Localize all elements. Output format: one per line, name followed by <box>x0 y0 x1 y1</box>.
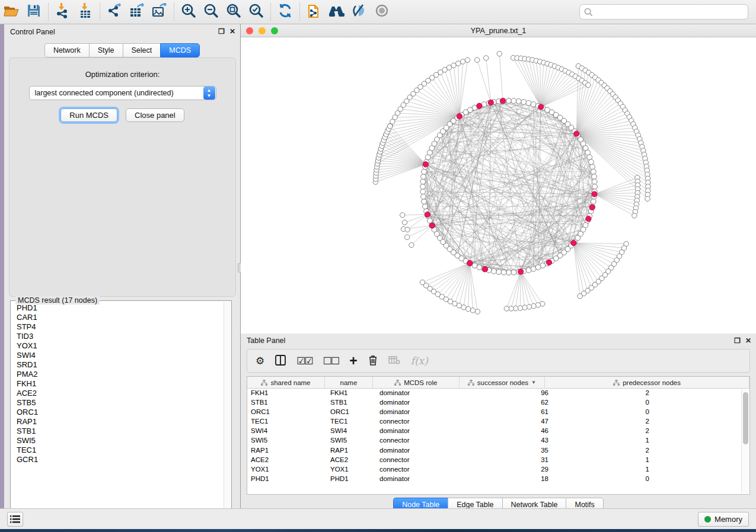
column-header-MCDS-role[interactable]: MCDS role <box>373 377 460 388</box>
cell-shared_name: ACE2 <box>247 456 327 465</box>
table-row[interactable]: ORC1ORC1dominator610 <box>247 408 749 417</box>
unselect-all-columns-icon[interactable]: ☐☐ <box>323 356 339 366</box>
column-header-successor-nodes[interactable]: successor nodes▼ <box>460 377 546 388</box>
mcds-result-item[interactable]: TEC1 <box>12 446 223 455</box>
export-image-button[interactable] <box>148 2 171 22</box>
table-row[interactable]: ACE2ACE2connector311 <box>247 456 749 465</box>
mcds-result-item[interactable]: YOX1 <box>12 341 223 351</box>
close-panel-icon[interactable]: ✕ <box>745 337 751 344</box>
show-columns-icon[interactable] <box>275 355 286 367</box>
cell-name: FKH1 <box>327 389 376 398</box>
mcds-result-item[interactable]: CAR1 <box>12 313 223 322</box>
table-row[interactable]: FKH1FKH1dominator962 <box>247 389 749 398</box>
column-header-predecessor-nodes[interactable]: predecessor nodes <box>545 377 749 388</box>
export-network-button[interactable] <box>103 2 126 22</box>
mcds-result-item[interactable]: STP4 <box>12 322 223 332</box>
cell-name: SWI4 <box>327 427 376 436</box>
save-session-button[interactable] <box>23 2 45 22</box>
network-canvas[interactable] <box>241 37 756 333</box>
import-network-icon <box>56 3 70 21</box>
network-canvas-svg <box>241 37 756 333</box>
mcds-result-item[interactable]: PHD1 <box>12 303 223 313</box>
tab-network[interactable]: Network <box>44 43 89 57</box>
zoom-fit-button[interactable] <box>222 2 245 22</box>
mcds-result-item[interactable]: ORC1 <box>12 408 223 417</box>
hide-annotations-button[interactable] <box>348 2 371 22</box>
mcds-result-item[interactable]: STB1 <box>12 427 223 436</box>
control-panel-header: Control Panel ❒ ✕ <box>4 24 240 40</box>
show-eye-button[interactable] <box>371 2 393 22</box>
optimization-criterion-label: Optimization criterion: <box>9 70 235 79</box>
table-row[interactable]: SWI5SWI5connector431 <box>247 436 749 446</box>
function-builder-icon[interactable]: f(x) <box>411 355 428 367</box>
table-scrollbar[interactable] <box>741 389 749 493</box>
mcds-result-item[interactable]: RAP1 <box>12 417 223 427</box>
select-stepper-icon: ▲▼ <box>203 86 215 100</box>
float-panel-icon[interactable]: ❒ <box>218 28 225 35</box>
table-row[interactable]: TEC1TEC1connector472 <box>247 417 749 427</box>
network-window-title: YPA_prune.txt_1 <box>241 27 756 35</box>
create-column-plus-icon[interactable]: + <box>349 354 357 368</box>
column-header-name[interactable]: name <box>325 377 373 388</box>
tab-mcds[interactable]: MCDS <box>160 43 200 57</box>
mcds-result-item[interactable]: SWI5 <box>12 436 223 446</box>
tab-style[interactable]: Style <box>89 43 123 57</box>
cell-shared_name: RAP1 <box>247 446 327 456</box>
select-all-columns-icon[interactable]: ☑☑ <box>296 356 312 366</box>
table-row[interactable]: YOX1YOX1connector291 <box>247 465 749 475</box>
search-input[interactable] <box>593 6 748 18</box>
cell-successors: 35 <box>464 446 552 456</box>
import-network-button[interactable] <box>52 2 74 22</box>
network-window-titlebar[interactable]: YPA_prune.txt_1 <box>241 24 756 37</box>
cell-successors: 47 <box>464 417 552 427</box>
refresh-layout-button[interactable] <box>274 2 296 22</box>
mcds-result-item[interactable]: STB5 <box>12 398 223 408</box>
column-header-shared-name[interactable]: shared name <box>247 377 325 388</box>
search-binoculars-button[interactable] <box>326 2 348 22</box>
float-panel-icon[interactable]: ❒ <box>734 337 741 344</box>
table-row[interactable]: STB1STB1dominator620 <box>247 398 749 408</box>
memory-button[interactable]: Memory <box>698 512 749 527</box>
zoom-out-button[interactable] <box>200 2 222 22</box>
export-table-button[interactable] <box>126 2 148 22</box>
share-document-button[interactable] <box>303 2 326 22</box>
delete-table-icon[interactable] <box>388 355 400 367</box>
mcds-result-item[interactable]: PMA2 <box>12 370 223 379</box>
mcds-result-scrollbar[interactable] <box>224 302 231 520</box>
import-table-button[interactable] <box>74 2 97 22</box>
cell-name: PHD1 <box>327 475 376 484</box>
table-row[interactable]: RAP1RAP1dominator352 <box>247 446 749 456</box>
zoom-selected-button[interactable] <box>245 2 267 22</box>
global-search-field[interactable] <box>579 4 748 20</box>
optimization-criterion-select[interactable]: largest connected component (undirected)… <box>29 86 216 100</box>
zoom-in-button[interactable] <box>177 2 200 22</box>
mcds-result-item[interactable]: ACE2 <box>12 389 223 398</box>
close-panel-icon[interactable]: ✕ <box>229 28 235 35</box>
cell-successors: 31 <box>464 456 552 465</box>
tab-select[interactable]: Select <box>123 43 161 57</box>
toolbar-separator <box>100 3 100 21</box>
close-panel-button[interactable]: Close panel <box>126 108 184 122</box>
mcds-result-item[interactable]: TID3 <box>12 332 223 341</box>
open-file-button[interactable] <box>0 2 23 22</box>
mcds-result-item[interactable]: FKH1 <box>12 379 223 389</box>
cell-name: YOX1 <box>327 465 376 475</box>
table-row[interactable]: SWI4SWI4dominator462 <box>247 427 749 436</box>
desktop-wallpaper-bottom <box>0 529 756 532</box>
cell-successors: 61 <box>464 408 552 417</box>
table-settings-gear-icon[interactable]: ⚙ <box>256 356 264 366</box>
mcds-result-item[interactable]: SRD1 <box>12 360 223 370</box>
control-panel-title: Control Panel <box>10 28 55 36</box>
run-mcds-button[interactable]: Run MCDS <box>60 108 117 122</box>
cell-predecessors: 1 <box>552 436 653 446</box>
cell-shared_name: PHD1 <box>247 475 327 484</box>
table-scrollbar-thumb[interactable] <box>743 392 748 444</box>
cell-predecessors: 0 <box>552 408 653 417</box>
mcds-result-item[interactable]: SWI4 <box>12 351 223 360</box>
open-folder-icon <box>4 4 19 20</box>
cell-shared_name: TEC1 <box>247 417 327 427</box>
delete-columns-trash-icon[interactable] <box>368 355 378 367</box>
task-history-button[interactable] <box>7 512 23 527</box>
table-row[interactable]: PHD1PHD1dominator180 <box>247 475 749 484</box>
mcds-result-item[interactable]: GCR1 <box>12 455 223 464</box>
